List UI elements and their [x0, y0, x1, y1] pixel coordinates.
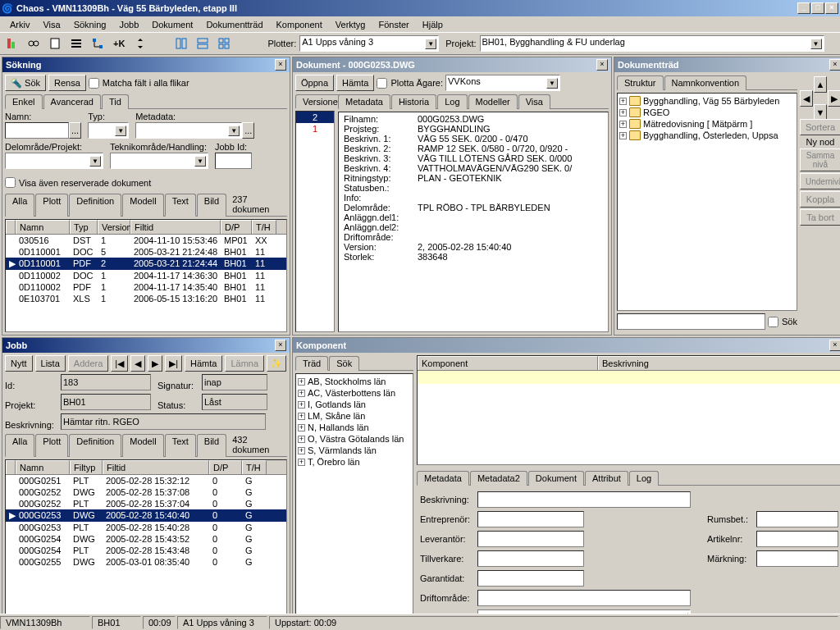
tab-enkel[interactable]: Enkel	[5, 94, 43, 109]
tree-item[interactable]: +AC, Västerbottens län	[298, 387, 411, 399]
samma-button[interactable]: Samma nivå	[800, 148, 840, 171]
menu-verktyg[interactable]: Verktyg	[329, 18, 372, 31]
tree-item[interactable]: +Mätredovisning [ Mätpärm ]	[619, 118, 795, 130]
layout2-icon[interactable]	[194, 34, 212, 52]
tab-attribut[interactable]: Attribut	[585, 471, 628, 486]
tab-text[interactable]: Text	[165, 434, 196, 457]
meta-more[interactable]: ...	[242, 122, 254, 139]
projekt-select[interactable]: BH01, Bygghandling & FU underlag	[480, 35, 824, 52]
hamta-button[interactable]: Hämta	[185, 355, 222, 372]
minimize-button[interactable]: _	[797, 2, 810, 14]
tab-struktur[interactable]: Struktur	[617, 75, 664, 90]
table-row[interactable]: ▶000G0253DWG2005-02-28 15:40:400G	[6, 509, 286, 522]
table-row[interactable]: 030516DST12004-11-10 15:53:46MP01XX	[6, 235, 286, 246]
teknik-select[interactable]	[110, 153, 208, 169]
under-button[interactable]: Undernivå	[800, 173, 840, 189]
tree-item[interactable]: +S, Värmlands län	[298, 445, 411, 456]
prev-icon[interactable]: ◀	[130, 355, 145, 372]
table-row[interactable]: 000G0254DWG2005-02-28 15:43:520G	[6, 533, 286, 545]
menu-komponent[interactable]: Komponent	[270, 18, 329, 31]
table-row[interactable]: 000G0252DWG2005-02-28 15:37:080G	[6, 486, 286, 498]
sok-grid[interactable]: NamnTypVersionFiltidD/PT/H 030516DST1200…	[5, 219, 287, 332]
tab-metadata[interactable]: Metadata	[417, 471, 469, 486]
tree-item[interactable]: +RGEO	[619, 107, 795, 118]
tab-metadata[interactable]: Metadata	[338, 94, 390, 109]
tree-icon[interactable]	[89, 34, 107, 52]
tabort-button[interactable]: Ta bort	[800, 209, 840, 226]
last-icon[interactable]: ▶|	[165, 355, 182, 372]
tree-item[interactable]: +I, Gotlands län	[298, 399, 411, 410]
menu-fönster[interactable]: Fönster	[372, 18, 415, 31]
tab-plott[interactable]: Plott	[35, 434, 68, 457]
komp-grid[interactable]: KomponentBeskrivning	[417, 355, 840, 465]
layout3-icon[interactable]	[215, 34, 233, 52]
down-icon[interactable]: ▼	[814, 104, 827, 121]
tree-item[interactable]: +Bygghandling, Väg 55 Bärbyleden	[619, 95, 795, 107]
trad-sok-input[interactable]	[617, 313, 765, 330]
namn-more[interactable]: ...	[69, 122, 81, 139]
tree-item[interactable]: +AB, Stockholms län	[298, 376, 411, 387]
menu-sökning[interactable]: Sökning	[67, 18, 113, 31]
doc-tree[interactable]: +Bygghandling, Väg 55 Bärbyleden+RGEO+Mä…	[617, 93, 797, 311]
menu-hjälp[interactable]: Hjälp	[416, 18, 450, 31]
addera-button[interactable]: Addera	[68, 355, 108, 372]
next-icon[interactable]: ▶	[148, 355, 162, 372]
table-row[interactable]: 0E103701XLS12006-05-15 13:16:20BH0111	[6, 293, 286, 304]
komp-tree[interactable]: +AB, Stockholms län+AC, Västerbottens lä…	[295, 373, 413, 629]
binoculars-icon[interactable]	[25, 34, 43, 52]
plus-k-icon[interactable]: +K	[110, 34, 128, 52]
close-button[interactable]: ×	[825, 2, 838, 14]
agare-select[interactable]: VVKons	[445, 75, 560, 91]
menu-dokument[interactable]: Dokument	[145, 18, 199, 31]
typ-select[interactable]	[88, 122, 129, 139]
close-icon[interactable]: ×	[275, 59, 286, 71]
tab-tid[interactable]: Tid	[102, 94, 129, 109]
lista-button[interactable]: Lista	[35, 355, 66, 372]
tree-item[interactable]: +T, Örebro län	[298, 456, 411, 468]
list-icon[interactable]	[67, 34, 85, 52]
table-row[interactable]: ▶0D110001PDF22005-03-21 21:24:44BH0111	[6, 258, 286, 270]
hamta-button[interactable]: Hämta	[336, 75, 374, 91]
trad-sok-check[interactable]: Sök	[768, 317, 797, 327]
wand-icon[interactable]: ✨	[267, 355, 286, 372]
lamna-button[interactable]: Lämna	[225, 355, 264, 372]
delomrade-select[interactable]	[5, 153, 103, 169]
tree-item[interactable]: +Bygghandling, Österleden, Uppsa	[619, 130, 795, 141]
tab-modell[interactable]: Modell	[122, 434, 163, 457]
jobb-grid[interactable]: NamnFiltypFiltidD/PT/H 000G0251PLT2005-0…	[5, 459, 287, 629]
metadata-select[interactable]	[135, 122, 242, 139]
nytt-button[interactable]: Nytt	[5, 355, 33, 372]
tab-modeller[interactable]: Modeller	[468, 94, 518, 109]
matcha-check[interactable]: Matcha fält i alla flikar	[89, 78, 189, 89]
sortera-button[interactable]: Sortera	[800, 119, 840, 135]
table-row[interactable]: 000G0254PLT2005-02-28 15:43:480G	[6, 545, 286, 556]
tab-trad[interactable]: Träd	[295, 356, 328, 371]
tab-modell[interactable]: Modell	[122, 194, 163, 217]
tree-item[interactable]: +N, Hallands län	[298, 422, 411, 433]
koppla-button[interactable]: Koppla	[800, 191, 840, 208]
menu-dokumentträd[interactable]: Dokumentträd	[199, 18, 269, 31]
menu-jobb[interactable]: Jobb	[112, 18, 145, 31]
table-row[interactable]: 000G0251PLT2005-02-28 15:32:120G	[6, 475, 286, 486]
tab-visa[interactable]: Visa	[518, 94, 550, 109]
tab-log[interactable]: Log	[629, 471, 659, 486]
oppna-button[interactable]: Öppna	[295, 75, 334, 91]
table-row[interactable]: 000G0252PLT2005-02-28 15:37:040G	[6, 498, 286, 509]
tab-bild[interactable]: Bild	[197, 194, 226, 217]
tab-historia[interactable]: Historia	[391, 94, 436, 109]
close-icon[interactable]: ×	[275, 340, 286, 351]
arrows-icon[interactable]	[131, 34, 149, 52]
jobid-input[interactable]	[215, 153, 252, 169]
table-row[interactable]: 0D110002DOC12004-11-17 14:36:30BH0111	[6, 270, 286, 281]
tab-namnkonv[interactable]: Namnkonvention	[664, 75, 747, 90]
tab-bild[interactable]: Bild	[197, 434, 226, 457]
menu-arkiv[interactable]: Arkiv	[3, 18, 36, 31]
tree-item[interactable]: +O, Västra Götalands län	[298, 433, 411, 445]
tab-metadata2[interactable]: Metadata2	[470, 471, 527, 486]
table-row[interactable]: 0D110002PDF12004-11-17 14:35:40BH0111	[6, 281, 286, 293]
tool-icon[interactable]	[3, 34, 21, 52]
table-row[interactable]: 0D110001DOC52005-03-21 21:24:48BH0111	[6, 246, 286, 258]
maximize-button[interactable]: □	[811, 2, 824, 14]
tab-alla[interactable]: Alla	[5, 194, 34, 217]
tab-avancerad[interactable]: Avancerad	[43, 94, 101, 109]
